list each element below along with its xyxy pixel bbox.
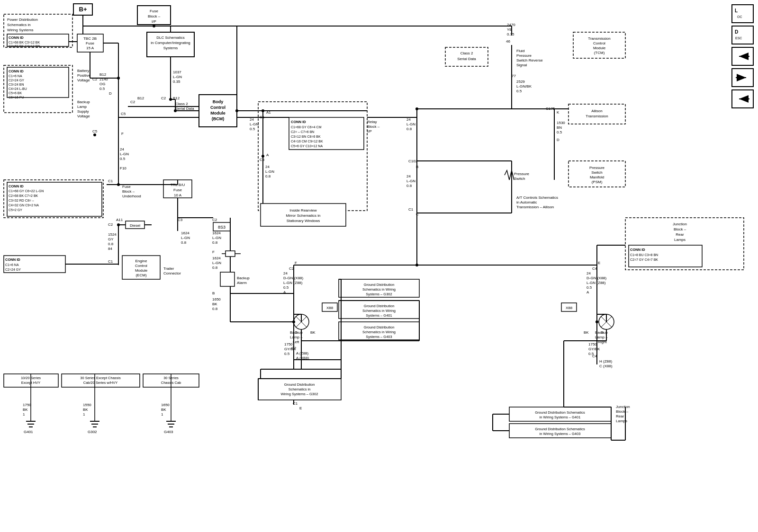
svg-text:C2=24 GY: C2=24 GY bbox=[9, 79, 24, 82]
svg-text:Block –: Block – bbox=[367, 124, 380, 129]
svg-text:0.8: 0.8 bbox=[108, 242, 114, 246]
svg-text:Pressure: Pressure bbox=[589, 166, 605, 170]
svg-text:in Wiring Systems – G401: in Wiring Systems – G401 bbox=[540, 415, 581, 419]
svg-text:Junction: Junction bbox=[673, 222, 687, 226]
svg-text:BK: BK bbox=[23, 408, 28, 412]
svg-text:B: B bbox=[212, 291, 215, 295]
svg-text:X88: X88 bbox=[566, 306, 573, 310]
svg-text:0.8: 0.8 bbox=[212, 240, 218, 245]
svg-text:8S3: 8S3 bbox=[218, 225, 226, 230]
svg-text:Control: Control bbox=[593, 41, 605, 45]
svg-text:Control: Control bbox=[210, 105, 226, 110]
svg-text:C2=68 BK  C4=12 BN: C2=68 BK C4=12 BN bbox=[9, 44, 40, 48]
svg-text:0.5: 0.5 bbox=[587, 285, 592, 290]
svg-text:L-GN: L-GN bbox=[181, 236, 190, 240]
svg-text:24: 24 bbox=[406, 174, 411, 178]
svg-text:1530: 1530 bbox=[557, 121, 565, 125]
svg-point-375 bbox=[292, 320, 295, 323]
svg-text:Serial Data: Serial Data bbox=[175, 106, 194, 111]
svg-text:H (Z88): H (Z88) bbox=[599, 359, 612, 364]
svg-text:BK: BK bbox=[584, 330, 589, 335]
svg-text:A (Z88): A (Z88) bbox=[296, 351, 309, 355]
svg-text:Block –: Block – bbox=[674, 227, 686, 231]
svg-text:Fuse: Fuse bbox=[150, 9, 158, 13]
svg-point-387 bbox=[415, 264, 418, 266]
svg-text:CONN ID: CONN ID bbox=[291, 120, 306, 124]
svg-text:Module: Module bbox=[135, 268, 148, 273]
svg-text:Systems: Systems bbox=[163, 46, 178, 50]
svg-text:L-GN: L-GN bbox=[173, 75, 182, 79]
svg-text:0.8: 0.8 bbox=[406, 184, 412, 188]
svg-text:Underhood: Underhood bbox=[122, 194, 141, 198]
svg-text:1650: 1650 bbox=[161, 403, 170, 407]
svg-text:L-GN: L-GN bbox=[212, 236, 221, 240]
svg-text:30 Series Except Chassis: 30 Series Except Chassis bbox=[80, 376, 121, 380]
svg-text:77: 77 bbox=[512, 74, 516, 78]
svg-text:Junction: Junction bbox=[616, 405, 630, 409]
svg-text:F: F bbox=[212, 250, 215, 254]
svg-text:Inside Rearview: Inside Rearview bbox=[290, 208, 317, 213]
svg-text:Body: Body bbox=[213, 99, 224, 104]
svg-text:Signal: Signal bbox=[516, 63, 527, 67]
svg-text:ESC: ESC bbox=[735, 36, 742, 40]
svg-point-181 bbox=[262, 155, 264, 158]
svg-text:BK: BK bbox=[212, 302, 217, 306]
svg-text:F: F bbox=[121, 132, 124, 136]
svg-text:C5: C5 bbox=[92, 129, 98, 133]
svg-text:Switch: Switch bbox=[591, 170, 603, 175]
svg-text:Fuse: Fuse bbox=[173, 188, 182, 192]
svg-text:C2: C2 bbox=[212, 218, 217, 222]
svg-text:C1=68 GY  C6=4 CM: C1=68 GY C6=4 CM bbox=[291, 125, 322, 129]
svg-text:C102: C102 bbox=[408, 159, 418, 163]
svg-text:10 A: 10 A bbox=[174, 193, 182, 197]
svg-text:Ground Distribution: Ground Distribution bbox=[364, 304, 395, 308]
svg-text:BK: BK bbox=[161, 408, 166, 412]
svg-text:Switch Reverse: Switch Reverse bbox=[516, 58, 543, 62]
svg-text:1: 1 bbox=[161, 412, 163, 417]
svg-text:Transmission – Allison: Transmission – Allison bbox=[516, 205, 554, 209]
svg-text:C4=32 GN  C9=2 NA: C4=32 GN C9=2 NA bbox=[9, 204, 39, 207]
svg-text:Module: Module bbox=[593, 46, 606, 50]
svg-text:Voltage: Voltage bbox=[77, 78, 90, 82]
svg-text:B12: B12 bbox=[99, 72, 107, 77]
svg-text:C (X88): C (X88) bbox=[599, 364, 613, 368]
svg-text:Ground Distribution Schematics: Ground Distribution Schematics bbox=[535, 427, 585, 431]
svg-text:15 A: 15 A bbox=[86, 46, 94, 50]
svg-text:Ground Distribution: Ground Distribution bbox=[364, 325, 395, 329]
svg-text:Fluid: Fluid bbox=[516, 49, 524, 53]
svg-text:GY/BK: GY/BK bbox=[588, 347, 600, 351]
svg-text:0.5: 0.5 bbox=[250, 127, 255, 131]
svg-text:1: 1 bbox=[23, 412, 25, 417]
svg-text:BN: BN bbox=[557, 125, 562, 130]
svg-rect-153 bbox=[220, 272, 235, 286]
svg-text:2529: 2529 bbox=[516, 80, 525, 84]
svg-text:OG: OG bbox=[99, 82, 105, 86]
svg-text:C3: C3 bbox=[260, 158, 265, 162]
svg-text:Wiring Systems – G302: Wiring Systems – G302 bbox=[281, 392, 318, 396]
svg-text:C1=6 NA: C1=6 NA bbox=[9, 74, 22, 78]
svg-text:I/P: I/P bbox=[152, 19, 156, 24]
svg-text:C1: C1 bbox=[108, 179, 113, 183]
svg-text:(BCM): (BCM) bbox=[212, 116, 225, 121]
svg-text:Allison: Allison bbox=[591, 109, 603, 113]
svg-text:Block –: Block – bbox=[616, 409, 629, 414]
svg-text:Transmission: Transmission bbox=[586, 114, 608, 118]
svg-text:CONN ID: CONN ID bbox=[630, 248, 645, 252]
svg-text:0.8: 0.8 bbox=[212, 266, 218, 270]
svg-text:Class 2: Class 2 bbox=[175, 102, 188, 106]
svg-text:Block –: Block – bbox=[122, 189, 135, 194]
svg-text:L-GN: L-GN bbox=[265, 169, 274, 174]
svg-rect-390 bbox=[732, 5, 753, 23]
svg-text:C3: C3 bbox=[178, 218, 183, 222]
svg-text:0.8: 0.8 bbox=[181, 240, 187, 245]
svg-text:Serial Data: Serial Data bbox=[457, 57, 476, 61]
svg-text:24: 24 bbox=[120, 147, 124, 151]
svg-text:C2: C2 bbox=[108, 222, 113, 227]
svg-text:0.8: 0.8 bbox=[406, 127, 412, 131]
svg-text:L-GN: L-GN bbox=[120, 152, 129, 156]
svg-text:G401: G401 bbox=[24, 430, 33, 434]
svg-text:G302: G302 bbox=[88, 430, 97, 434]
svg-text:TBC 2B: TBC 2B bbox=[83, 36, 97, 41]
svg-text:Systems – G401: Systems – G401 bbox=[366, 313, 392, 318]
svg-text:Ground Distribution Schematics: Ground Distribution Schematics bbox=[535, 410, 585, 415]
